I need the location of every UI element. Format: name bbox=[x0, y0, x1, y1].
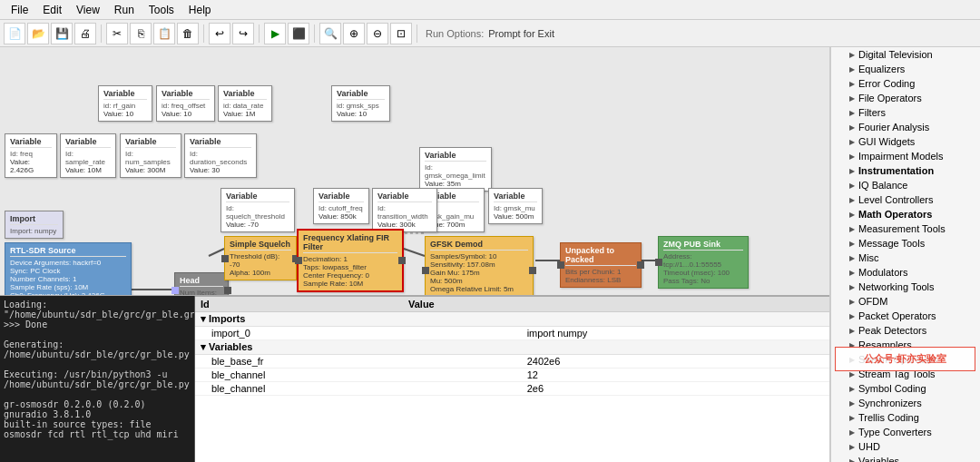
right-item-modulators[interactable]: ▶Modulators bbox=[831, 265, 980, 280]
paste-button[interactable]: 📋 bbox=[153, 23, 175, 44]
zoom-in-button[interactable]: ⊕ bbox=[343, 23, 365, 44]
right-item-file-operators[interactable]: ▶File Operators bbox=[831, 91, 980, 105]
variables-panel-header: Id Value bbox=[195, 297, 829, 312]
new-button[interactable]: 📄 bbox=[4, 23, 25, 44]
menu-tools[interactable]: Tools bbox=[142, 2, 181, 18]
block-variable-data-rate[interactable]: Variable id: data_rate Value: 1M bbox=[218, 85, 272, 122]
right-item-variables[interactable]: ▶Variables bbox=[831, 454, 980, 462]
block-gfsk-demod[interactable]: GFSK Demod Samples/Symbol: 10 Sensitivit… bbox=[425, 236, 534, 296]
separator-2 bbox=[203, 25, 204, 43]
right-item-math-operators[interactable]: ▶Math Operators bbox=[831, 207, 980, 221]
right-item-resamplers[interactable]: ▶Resamplers bbox=[831, 338, 980, 352]
block-variable-gmsk-omega[interactable]: Variable Id: gmsk_omega_limit Value: 35m bbox=[419, 147, 492, 192]
right-item-filters[interactable]: ▶Filters bbox=[831, 105, 980, 120]
block-variable-freq[interactable]: Variable Id: freq Value: 2.426G bbox=[5, 133, 57, 178]
freqxlate-input-port bbox=[295, 257, 302, 264]
save-button[interactable]: 💾 bbox=[51, 23, 73, 44]
block-head[interactable]: Head Num Items: 300M bbox=[174, 272, 229, 296]
zoom-out-button[interactable]: ⊖ bbox=[367, 23, 388, 44]
separator-5 bbox=[416, 25, 417, 43]
cut-button[interactable]: ✂ bbox=[106, 23, 128, 44]
block-variable-gmsk-mu[interactable]: Variable Id: gmsk_mu Value: 500m bbox=[488, 188, 543, 224]
right-item-measurement[interactable]: ▶Measurement Tools bbox=[831, 221, 980, 236]
block-zmq-pub-sink[interactable]: ZMQ PUB Sink Address: tcp://1...0.1:5555… bbox=[658, 236, 749, 289]
delete-button[interactable]: 🗑 bbox=[177, 23, 199, 44]
block-unpacked-to-packed[interactable]: Unpacked to Packed Bits per Chunk: 1 End… bbox=[560, 242, 642, 288]
right-item-level-controllers[interactable]: ▶Level Controllers bbox=[831, 192, 980, 207]
block-simple-squelch[interactable]: Simple Squelch Threshold (dB): -70 Alpha… bbox=[224, 236, 297, 280]
stop-button[interactable]: ⬛ bbox=[288, 23, 309, 44]
svg-line-3 bbox=[404, 249, 425, 256]
separator-1 bbox=[101, 25, 102, 43]
run-options-value: Prompt for Exit bbox=[488, 28, 554, 39]
block-variable-gmsk-sps[interactable]: Variable id: gmsk_sps Value: 10 bbox=[331, 85, 390, 122]
right-item-equalizers[interactable]: ▶Equalizers bbox=[831, 62, 980, 76]
block-variable-freq-offset[interactable]: Variable id: freq_offset Value: 10 bbox=[156, 85, 215, 122]
undo-button[interactable]: ↩ bbox=[209, 23, 230, 44]
console-line-6: Executing: /usr/bin/python3 -u /home/ubu… bbox=[4, 369, 191, 389]
block-variable-duration[interactable]: Variable Id: duration_seconds Value: 30 bbox=[184, 133, 257, 178]
zmq-input-port bbox=[655, 259, 662, 266]
redo-button[interactable]: ↪ bbox=[232, 23, 254, 44]
gfsk-input-port bbox=[422, 267, 429, 274]
menu-view[interactable]: View bbox=[69, 2, 107, 18]
open-button[interactable]: 📂 bbox=[27, 23, 49, 44]
flowgraph-canvas[interactable]: Variable id: rf_gain Value: 10 Variable … bbox=[0, 47, 829, 296]
right-item-peak[interactable]: ▶Peak Detectors bbox=[831, 323, 980, 338]
right-item-stream-tag[interactable]: ▶Stream Tag Tools bbox=[831, 367, 980, 381]
right-panel: ▶Digital Television ▶Equalizers ▶Error C… bbox=[830, 47, 980, 462]
right-item-packet[interactable]: ▶Packet Operators bbox=[831, 309, 980, 323]
right-item-instrumentation[interactable]: ▶Instrumentation bbox=[831, 163, 980, 178]
main-area: Variable id: rf_gain Value: 10 Variable … bbox=[0, 47, 980, 462]
block-variable-sample-rate[interactable]: Variable Id: sample_rate Value: 10M bbox=[60, 133, 116, 178]
block-variable-rf-gain[interactable]: Variable id: rf_gain Value: 10 bbox=[98, 85, 152, 122]
print-button[interactable]: 🖨 bbox=[74, 23, 96, 44]
run-options-label: Run Options: bbox=[426, 28, 484, 39]
copy-button[interactable]: ⎘ bbox=[130, 23, 152, 44]
menu-edit[interactable]: Edit bbox=[35, 2, 69, 18]
variables-table[interactable]: ▾ Imports import_0 import numpy ▾ Variab… bbox=[195, 312, 829, 462]
right-item-gui-widgets[interactable]: ▶GUI Widgets bbox=[831, 134, 980, 149]
block-freq-xlating[interactable]: Frequency Xlating FIR Filter Decimation:… bbox=[297, 229, 404, 292]
right-item-impairment[interactable]: ▶Impairment Models bbox=[831, 149, 980, 163]
menu-bar: File Edit View Run Tools Help bbox=[0, 0, 980, 20]
right-item-misc[interactable]: ▶Misc bbox=[831, 251, 980, 265]
right-item-networking[interactable]: ▶Networking Tools bbox=[831, 280, 980, 294]
vars-row-import0[interactable]: import_0 import numpy bbox=[195, 327, 829, 340]
right-item-message[interactable]: ▶Message Tools bbox=[831, 236, 980, 251]
canvas-area[interactable]: Variable id: rf_gain Value: 10 Variable … bbox=[0, 47, 830, 462]
block-variable-transition[interactable]: Variable Id: transition_width Value: 300… bbox=[372, 188, 437, 232]
console-line-5 bbox=[4, 359, 191, 369]
menu-file[interactable]: File bbox=[4, 2, 35, 18]
block-variable-num-samples[interactable]: Variable Id: num_samples Value: 300M bbox=[120, 133, 181, 178]
vars-row-ble-channel-2[interactable]: ble_channel 2e6 bbox=[195, 382, 829, 396]
freqxlate-output-port bbox=[398, 257, 406, 264]
right-item-fourier[interactable]: ▶Fourier Analysis bbox=[831, 120, 980, 134]
separator-3 bbox=[259, 25, 260, 43]
block-variable-squelch[interactable]: Variable Id: squelch_threshold Value: -7… bbox=[220, 188, 295, 232]
right-item-uhd[interactable]: ▶UHD bbox=[831, 439, 980, 454]
right-item-trellis[interactable]: ▶Trellis Coding bbox=[831, 410, 980, 425]
right-item-type-converters[interactable]: ▶Type Converters bbox=[831, 425, 980, 439]
vars-row-ble-base-fr[interactable]: ble_base_fr 2402e6 bbox=[195, 355, 829, 369]
right-item-stream-operators[interactable]: ▶Stream Operators bbox=[831, 352, 980, 367]
vars-row-ble-channel-1[interactable]: ble_channel 12 bbox=[195, 369, 829, 382]
block-rtl-sdr-source[interactable]: RTL-SDR Source Device Arguments: hackrf=… bbox=[5, 242, 132, 296]
console-output: Loading: "/home/ubuntu/sdr_ble/grc/gr_bl… bbox=[0, 296, 195, 462]
find-button[interactable]: 🔍 bbox=[319, 23, 341, 44]
right-item-symbol-coding[interactable]: ▶Symbol Coding bbox=[831, 381, 980, 396]
right-item-ofdm[interactable]: ▶OFDM bbox=[831, 294, 980, 309]
zoom-fit-button[interactable]: ⊡ bbox=[390, 23, 412, 44]
right-item-digital-tv[interactable]: ▶Digital Television bbox=[831, 47, 980, 62]
block-variable-cutoff[interactable]: Variable Id: cutoff_freq Value: 850k bbox=[313, 188, 369, 224]
console-line-8: gr-osmosdr 0.2.0.0 (0.2.0) gnuradio 3.8.… bbox=[4, 399, 191, 419]
right-item-iq-balance[interactable]: ▶IQ Balance bbox=[831, 178, 980, 192]
menu-help[interactable]: Help bbox=[181, 2, 219, 18]
right-item-synchronizers[interactable]: ▶Synchronizers bbox=[831, 396, 980, 410]
unpack-output-port bbox=[637, 261, 644, 269]
block-import[interactable]: Import Import: numpy bbox=[5, 211, 64, 239]
console-line-7 bbox=[4, 389, 191, 399]
menu-run[interactable]: Run bbox=[107, 2, 142, 18]
right-item-error-coding[interactable]: ▶Error Coding bbox=[831, 76, 980, 91]
run-button[interactable]: ▶ bbox=[264, 23, 286, 44]
